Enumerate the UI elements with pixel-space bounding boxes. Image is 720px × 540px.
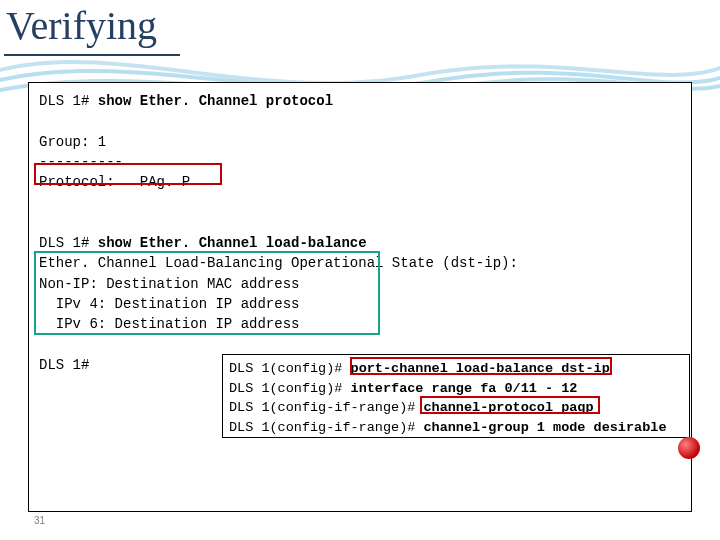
pointer-dot xyxy=(678,437,700,459)
blank-line xyxy=(39,192,681,212)
cmd-line-1: DLS 1# show Ether. Channel protocol xyxy=(39,91,681,111)
highlight-protocol xyxy=(34,163,222,185)
highlight-channelprotocol xyxy=(420,396,600,414)
title-underline xyxy=(4,54,180,56)
cfg-line-4: DLS 1(config-if-range)# channel-group 1 … xyxy=(229,418,683,438)
slide-title: Verifying xyxy=(6,2,157,49)
blank-line xyxy=(39,111,681,131)
highlight-loadbalance xyxy=(34,251,380,335)
blank-line xyxy=(39,335,681,355)
slide: Verifying DLS 1# show Ether. Channel pro… xyxy=(0,0,720,540)
page-number: 31 xyxy=(34,515,45,526)
blank-line xyxy=(39,213,681,233)
group-line: Group: 1 xyxy=(39,132,681,152)
highlight-portchannel xyxy=(350,357,612,375)
